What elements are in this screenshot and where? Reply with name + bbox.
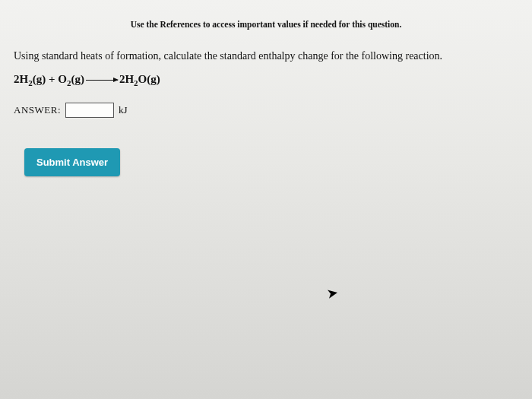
plus-sign: + bbox=[46, 73, 58, 85]
reaction-arrow-icon bbox=[86, 80, 118, 81]
chemical-equation: 2H2(g) + O2(g)2H2O(g) bbox=[14, 73, 518, 87]
reactant-1: 2H2(g) bbox=[14, 73, 46, 85]
answer-row: ANSWER: kJ bbox=[14, 103, 518, 118]
answer-input[interactable] bbox=[65, 103, 114, 118]
reference-hint: Use the References to access important v… bbox=[14, 20, 518, 29]
product: 2H2O(g) bbox=[119, 73, 160, 85]
content-area: Use the References to access important v… bbox=[0, 0, 532, 399]
question-panel: Use the References to access important v… bbox=[0, 0, 532, 399]
submit-answer-button[interactable]: Submit Answer bbox=[24, 148, 120, 176]
answer-label: ANSWER: bbox=[14, 104, 61, 116]
question-prompt: Using standard heats of formation, calcu… bbox=[14, 50, 518, 62]
reactant-2: O2(g) bbox=[58, 73, 84, 85]
cursor-icon: ➤ bbox=[325, 284, 340, 302]
answer-unit: kJ bbox=[119, 104, 128, 116]
